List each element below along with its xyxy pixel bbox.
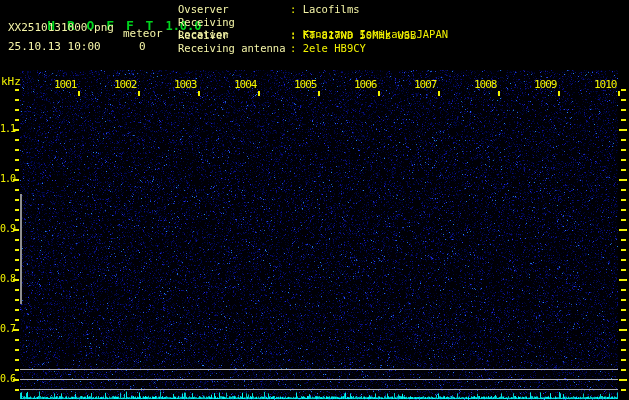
freq-tick-left (15, 149, 19, 151)
freq-tick-right (621, 89, 626, 91)
time-tick-label: 1003 (174, 78, 197, 91)
hrofft-screen: 1.11.00.90.80.70.61001100210031004100510… (0, 0, 629, 400)
freq-tick-label: 0.8 (0, 273, 14, 284)
freq-tick-left (15, 159, 19, 161)
freq-tick-right (621, 239, 626, 241)
freq-tick-right (619, 229, 627, 231)
time-tick-label: 1010 (594, 78, 617, 91)
freq-tick-right (621, 259, 626, 261)
freq-tick-left (15, 89, 19, 91)
info-sep: : (290, 42, 296, 54)
baseline-line (20, 389, 618, 390)
freq-tick-right (621, 219, 626, 221)
freq-tick-left (15, 189, 19, 191)
info-sep: : (290, 29, 296, 41)
time-tick (138, 91, 140, 96)
freq-tick-left (15, 339, 19, 341)
time-tick-label: 1001 (54, 78, 77, 91)
time-tick-label: 1008 (474, 78, 497, 91)
freq-tick-left (15, 209, 19, 211)
freq-tick-right (621, 189, 626, 191)
baseline-line (20, 379, 618, 380)
info-value: 2ele HB9CY (303, 42, 366, 54)
freq-tick-left (15, 139, 19, 141)
noise-range-bar (20, 194, 22, 304)
freq-tick-left (15, 289, 19, 291)
time-tick (198, 91, 200, 96)
freq-tick-left (15, 319, 19, 321)
freq-tick-left (15, 169, 19, 171)
freq-tick-left (15, 369, 19, 371)
echo-count: 0 (139, 40, 146, 53)
freq-tick-left (15, 389, 19, 391)
freq-tick-right (621, 339, 626, 341)
freq-tick-left (15, 249, 19, 251)
freq-tick-right (621, 269, 626, 271)
info-sep: : (290, 3, 296, 15)
time-tick-label: 1005 (294, 78, 317, 91)
info-row-antenna: Receiving antenna: 2ele HB9CY (178, 42, 366, 55)
time-tick (438, 91, 440, 96)
freq-tick-right (621, 349, 626, 351)
freq-tick-right (619, 179, 627, 181)
freq-tick-right (621, 299, 626, 301)
time-tick (78, 91, 80, 96)
freq-tick-right (621, 149, 626, 151)
time-tick (618, 91, 620, 96)
time-tick-label: 1004 (234, 78, 257, 91)
freq-tick-right (621, 209, 626, 211)
info-value: FT-817ND 50MHz USB (303, 29, 417, 41)
time-tick (378, 91, 380, 96)
info-label: Receiver (178, 29, 290, 41)
freq-tick-left (15, 309, 19, 311)
freq-tick-left (15, 109, 19, 111)
freq-tick-right (621, 199, 626, 201)
freq-tick-right (621, 139, 626, 141)
freq-tick-left (15, 299, 19, 301)
info-row-observer: Ovserver: Lacofilms (178, 3, 360, 16)
info-value: Lacofilms (303, 3, 360, 15)
freq-tick-label: 0.9 (0, 223, 14, 234)
freq-tick-left (15, 119, 19, 121)
freq-tick-label: 1.0 (0, 173, 14, 184)
freq-tick-left (15, 259, 19, 261)
freq-tick-right (621, 169, 626, 171)
axes-layer: 1.11.00.90.80.70.61001100210031004100510… (0, 0, 629, 400)
time-tick-label: 1006 (354, 78, 377, 91)
time-tick-label: 1009 (534, 78, 557, 91)
freq-tick-label: 1.1 (0, 123, 14, 134)
info-row-receiver: Receiver: FT-817ND 50MHz USB (178, 29, 416, 42)
time-tick (318, 91, 320, 96)
freq-tick-right (621, 249, 626, 251)
freq-tick-right (621, 119, 626, 121)
baseline-line (20, 369, 618, 370)
time-tick-label: 1007 (414, 78, 437, 91)
freq-tick-right (621, 309, 626, 311)
freq-tick-right (619, 329, 627, 331)
freq-tick-right (621, 289, 626, 291)
freq-tick-left (15, 199, 19, 201)
freq-tick-label: 0.7 (0, 323, 14, 334)
freq-axis-unit: kHz (1, 75, 21, 88)
time-tick-label: 1002 (114, 78, 137, 91)
freq-tick-right (621, 359, 626, 361)
freq-tick-left (15, 239, 19, 241)
freq-tick-left (15, 349, 19, 351)
freq-tick-right (621, 159, 626, 161)
freq-tick-right (621, 99, 626, 101)
freq-tick-right (621, 369, 626, 371)
freq-tick-label: 0.6 (0, 373, 14, 384)
freq-tick-right (621, 389, 626, 391)
time-tick (558, 91, 560, 96)
time-tick (498, 91, 500, 96)
time-tick (258, 91, 260, 96)
freq-tick-left (15, 359, 19, 361)
freq-tick-right (619, 129, 627, 131)
info-label: Receiving antenna (178, 42, 290, 54)
freq-tick-right (619, 279, 627, 281)
freq-tick-left (15, 219, 19, 221)
freq-tick-right (621, 109, 626, 111)
info-row-location: Receiving Location: Kanazawa Ishikawa,JA… (178, 16, 448, 29)
info-label: Ovserver (178, 3, 290, 15)
freq-tick-left (15, 269, 19, 271)
